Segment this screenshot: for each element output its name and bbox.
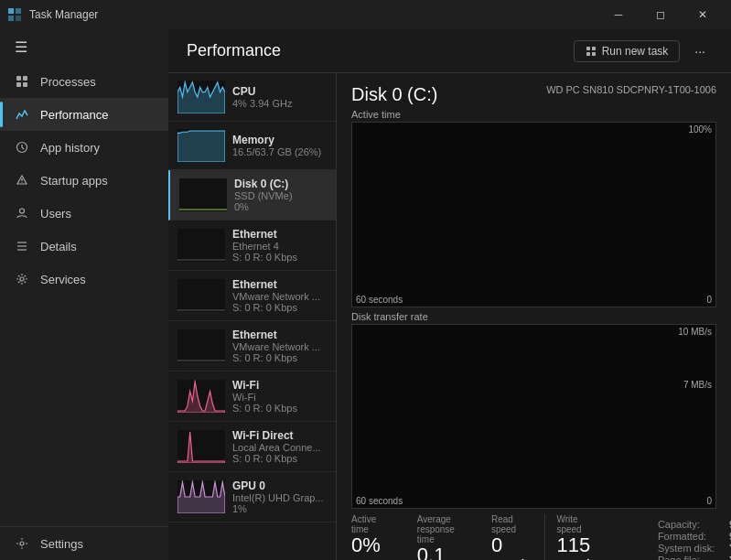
svg-point-16 bbox=[20, 277, 24, 281]
svg-rect-21 bbox=[592, 52, 596, 56]
device-item-memory[interactable]: Memory 16.5/63.7 GB (26%) bbox=[168, 122, 336, 170]
active-time-stat-value: 0% bbox=[351, 534, 381, 556]
maximize-button[interactable]: ◻ bbox=[640, 0, 682, 29]
stats-footer: Active time 0% Average response time 0.1… bbox=[351, 514, 716, 560]
gpu0-thumbnail bbox=[177, 480, 225, 513]
eth3-val: S: 0 R: 0 Kbps bbox=[232, 352, 327, 363]
device-item-ethernet3[interactable]: Ethernet VMware Network ... S: 0 R: 0 Kb… bbox=[168, 321, 336, 372]
svg-rect-4 bbox=[16, 76, 21, 81]
app-history-label: App history bbox=[40, 141, 100, 155]
disk-transfer-chart: 10 MB/s 7 MB/s 60 seconds 0 bbox=[351, 324, 716, 510]
chart1-min-label: 0 bbox=[706, 295, 712, 305]
users-label: Users bbox=[40, 207, 71, 221]
cpu-val: 4% 3.94 GHz bbox=[232, 98, 327, 109]
svg-rect-0 bbox=[8, 8, 14, 14]
header-actions: Run new task ··· bbox=[574, 40, 713, 62]
device-item-wifi-direct[interactable]: Wi-Fi Direct Local Area Conne... S: 0 R:… bbox=[168, 422, 336, 472]
svg-rect-18 bbox=[586, 47, 590, 50]
title-bar-label: Task Manager bbox=[29, 8, 98, 21]
svg-rect-7 bbox=[23, 82, 27, 87]
device-item-disk0[interactable]: Disk 0 (C:) SSD (NVMe) 0% bbox=[168, 170, 336, 221]
performance-label: Performance bbox=[40, 108, 108, 122]
formatted-row: Formatted: 954 GB bbox=[658, 531, 731, 542]
eth2-thumbnail bbox=[177, 279, 225, 312]
sidebar-item-services[interactable]: Services bbox=[0, 263, 168, 296]
more-options-button[interactable]: ··· bbox=[687, 40, 713, 62]
wifi-direct-val: S: 0 R: 0 Kbps bbox=[232, 453, 327, 464]
wifi-direct-name: Wi-Fi Direct bbox=[232, 429, 327, 442]
svg-rect-3 bbox=[16, 16, 21, 21]
sidebar: ☰ Processes Performance bbox=[0, 29, 168, 560]
window-controls: ─ ◻ ✕ bbox=[597, 0, 724, 29]
sidebar-item-startup-apps[interactable]: Startup apps bbox=[0, 164, 168, 197]
svg-point-12 bbox=[20, 209, 25, 213]
app-history-icon bbox=[15, 140, 29, 155]
chart1-time-label: 60 seconds bbox=[356, 295, 403, 305]
sidebar-item-users[interactable]: Users bbox=[0, 197, 168, 230]
sidebar-item-details[interactable]: Details bbox=[0, 230, 168, 263]
memory-val: 16.5/63.7 GB (26%) bbox=[232, 146, 327, 157]
svg-rect-5 bbox=[23, 76, 27, 81]
wifi-name: Wi-Fi bbox=[232, 379, 327, 392]
disk-details-table: Capacity: 954 GB Formatted: 954 GB Syste… bbox=[658, 514, 731, 560]
read-speed-block: Read speed 0 KB/s bbox=[491, 514, 545, 560]
eth1-name: Ethernet bbox=[232, 228, 327, 241]
performance-icon bbox=[15, 107, 29, 122]
speed-blocks: Read speed 0 KB/s Write speed 115 KB/s bbox=[491, 514, 621, 560]
close-button[interactable]: ✕ bbox=[682, 0, 724, 29]
active-time-stat: Active time 0% bbox=[351, 514, 381, 560]
cpu-name: CPU bbox=[232, 85, 327, 98]
eth1-sub: Ethernet 4 bbox=[232, 241, 327, 252]
transfer-rate-label: Disk transfer rate bbox=[351, 311, 716, 322]
device-item-wifi[interactable]: Wi-Fi Wi-Fi S: 0 R: 0 Kbps bbox=[168, 372, 336, 422]
device-item-ethernet2[interactable]: Ethernet VMware Network ... S: 0 R: 0 Kb… bbox=[168, 271, 336, 321]
svg-rect-19 bbox=[592, 47, 596, 50]
capacity-row: Capacity: 954 GB bbox=[658, 519, 731, 530]
device-item-gpu0[interactable]: GPU 0 Intel(R) UHD Grap... 1% bbox=[168, 472, 336, 522]
settings-label: Settings bbox=[40, 537, 83, 551]
run-new-task-button[interactable]: Run new task bbox=[574, 40, 681, 62]
svg-rect-2 bbox=[8, 16, 14, 21]
settings-icon bbox=[15, 536, 29, 551]
disk0-thumbnail bbox=[179, 178, 227, 211]
active-time-label: Active time bbox=[351, 109, 716, 120]
svg-point-11 bbox=[21, 182, 22, 183]
page-title: Performance bbox=[187, 41, 281, 60]
run-new-task-label: Run new task bbox=[602, 45, 669, 58]
content-header: Performance Run new task ··· bbox=[168, 29, 731, 73]
disk0-val: 0% bbox=[234, 201, 327, 212]
sidebar-item-app-history[interactable]: App history bbox=[0, 131, 168, 164]
gpu0-name: GPU 0 bbox=[232, 479, 327, 492]
wifi-direct-thumbnail bbox=[177, 430, 225, 463]
hamburger-menu[interactable]: ☰ bbox=[0, 29, 168, 65]
details-label: Details bbox=[40, 240, 77, 253]
services-icon bbox=[15, 272, 29, 286]
title-bar: Task Manager ─ ◻ ✕ bbox=[0, 0, 731, 29]
sidebar-item-processes[interactable]: Processes bbox=[0, 65, 168, 98]
wifi-direct-sub: Local Area Conne... bbox=[232, 442, 327, 453]
disk0-name: Disk 0 (C:) bbox=[234, 178, 327, 190]
chart-subtitle: WD PC SN810 SDCPNRY-1T00-1006 bbox=[546, 84, 716, 95]
sidebar-item-settings[interactable]: Settings bbox=[0, 526, 168, 560]
disk0-sub: SSD (NVMe) bbox=[234, 190, 327, 201]
svg-rect-1 bbox=[16, 8, 21, 14]
eth1-thumbnail bbox=[177, 229, 225, 262]
services-label: Services bbox=[40, 273, 86, 286]
users-icon bbox=[15, 206, 29, 221]
wifi-sub: Wi-Fi bbox=[232, 392, 327, 403]
eth2-val: S: 0 R: 0 Kbps bbox=[232, 302, 327, 313]
eth2-sub: VMware Network ... bbox=[232, 291, 327, 302]
device-item-ethernet1[interactable]: Ethernet Ethernet 4 S: 0 R: 0 Kbps bbox=[168, 221, 336, 271]
write-speed-value: 115 KB/s bbox=[556, 534, 598, 560]
active-time-stat-label: Active time bbox=[351, 514, 381, 534]
chart2-min-label: 0 bbox=[706, 496, 712, 506]
minimize-button[interactable]: ─ bbox=[597, 0, 640, 29]
device-list: CPU 4% 3.94 GHz Memory 16.5/63.7 GB (26%… bbox=[168, 73, 337, 560]
device-item-cpu[interactable]: CPU 4% 3.94 GHz bbox=[168, 73, 336, 122]
memory-name: Memory bbox=[232, 134, 327, 146]
sidebar-item-performance[interactable]: Performance bbox=[0, 98, 168, 131]
run-icon bbox=[586, 46, 597, 57]
right-panel: Disk 0 (C:) WD PC SN810 SDCPNRY-1T00-100… bbox=[337, 73, 731, 560]
read-speed-value: 0 KB/s bbox=[491, 534, 533, 560]
eth2-name: Ethernet bbox=[232, 278, 327, 291]
